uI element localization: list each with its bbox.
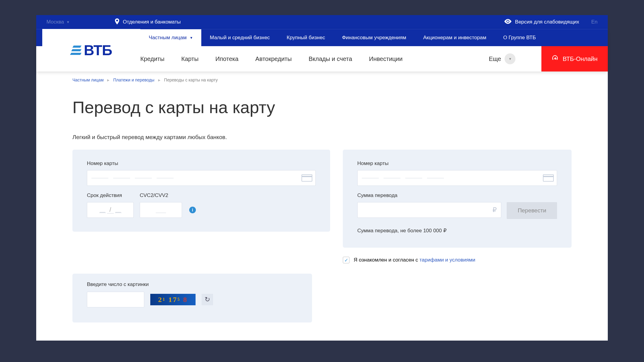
page-subtitle: Легкий и быстрый перевод между картами л… bbox=[72, 134, 572, 141]
cvv-input[interactable] bbox=[140, 202, 182, 218]
captcha-input[interactable] bbox=[87, 292, 144, 307]
logo[interactable]: ВТБ bbox=[42, 29, 140, 65]
card-icon bbox=[543, 174, 554, 182]
to-card-label: Номер карты bbox=[357, 160, 557, 167]
locations-label: Отделения и банкоматы bbox=[123, 19, 181, 25]
nav-mortgage[interactable]: Ипотека bbox=[215, 56, 238, 62]
cvv-info-icon[interactable]: i bbox=[189, 207, 196, 213]
segment-corporate[interactable]: Крупный бизнес bbox=[278, 29, 333, 46]
chevron-down-icon: ▼ bbox=[509, 57, 512, 61]
transfer-button[interactable]: Перевести bbox=[507, 202, 557, 219]
nav-cards[interactable]: Карты bbox=[181, 56, 199, 62]
nav-more[interactable]: Еще bbox=[489, 56, 501, 62]
page-title: Перевод с карты на карту bbox=[72, 97, 572, 117]
terms-checkbox[interactable]: ✓ bbox=[343, 257, 349, 263]
breadcrumb: Частным лицам ▶ Платежи и переводы ▶ Пер… bbox=[72, 78, 572, 82]
accessibility-label: Версия для слабовидящих bbox=[515, 19, 579, 25]
chevron-right-icon: ▶ bbox=[107, 78, 110, 82]
nav-deposits[interactable]: Вклады и счета bbox=[309, 56, 352, 62]
city-label: Москва bbox=[46, 19, 64, 25]
captcha-panel: Введите число с картинки 21 175 8 ↻ bbox=[72, 274, 312, 322]
segment-smb[interactable]: Малый и средний бизнес bbox=[201, 29, 278, 46]
from-card-panel: Номер карты Срок действия __/__ CVC2/CVV… bbox=[72, 150, 330, 232]
segment-financial[interactable]: Финансовым учреждениям bbox=[333, 29, 415, 46]
nav-credits[interactable]: Кредиты bbox=[140, 56, 164, 62]
login-icon bbox=[552, 55, 559, 63]
amount-input[interactable]: ₽ bbox=[357, 202, 501, 218]
to-card-panel: Номер карты Сумма перевода ₽ Перевести С… bbox=[343, 150, 572, 248]
segment-label: Частным лицам bbox=[149, 35, 187, 41]
terms-text: Я ознакомлен и согласен с тарифами и усл… bbox=[354, 257, 475, 263]
logo-text: ВТБ bbox=[84, 42, 112, 59]
crumb-personal[interactable]: Частным лицам bbox=[72, 78, 104, 82]
more-dropdown-button[interactable]: ▼ bbox=[505, 53, 515, 64]
segment-about[interactable]: О Группе ВТБ bbox=[495, 29, 544, 46]
lang-switch[interactable]: En bbox=[591, 19, 598, 25]
amount-label: Сумма перевода bbox=[357, 192, 557, 198]
locations-link[interactable]: Отделения и банкоматы bbox=[115, 18, 181, 26]
card-icon bbox=[301, 174, 312, 182]
to-card-input[interactable] bbox=[357, 170, 557, 186]
captcha-refresh-button[interactable]: ↻ bbox=[202, 294, 213, 305]
crumb-payments[interactable]: Платежи и переводы bbox=[113, 78, 154, 82]
city-selector[interactable]: Москва ▼ bbox=[46, 19, 70, 25]
eye-icon bbox=[504, 19, 512, 25]
amount-limit-hint: Сумма перевода, не более 100 000 ₽ bbox=[357, 227, 557, 234]
expiry-label: Срок действия bbox=[87, 192, 134, 198]
chevron-down-icon: ▼ bbox=[190, 36, 193, 40]
chevron-right-icon: ▶ bbox=[158, 78, 161, 82]
cvv-label: CVC2/CVV2 bbox=[140, 192, 182, 198]
from-card-input[interactable] bbox=[87, 170, 316, 186]
chevron-down-icon: ▼ bbox=[66, 20, 70, 24]
online-banking-button[interactable]: ВТБ-Онлайн bbox=[541, 46, 608, 71]
segment-investors[interactable]: Акционерам и инвесторам bbox=[415, 29, 495, 46]
expiry-input[interactable]: __/__ bbox=[87, 202, 134, 218]
online-label: ВТБ-Онлайн bbox=[563, 56, 598, 62]
crumb-current: Переводы с карты на карту bbox=[164, 78, 218, 82]
ruble-icon: ₽ bbox=[493, 206, 497, 214]
nav-invest[interactable]: Инвестиции bbox=[369, 56, 403, 62]
captcha-label: Введите число с картинки bbox=[87, 281, 298, 287]
segment-personal[interactable]: Частным лицам ▼ bbox=[140, 29, 201, 46]
pin-icon bbox=[115, 18, 119, 26]
from-card-label: Номер карты bbox=[87, 160, 316, 167]
logo-icon bbox=[71, 46, 81, 55]
refresh-icon: ↻ bbox=[205, 296, 210, 303]
nav-auto[interactable]: Автокредиты bbox=[255, 56, 292, 62]
captcha-image: 21 175 8 bbox=[150, 294, 196, 305]
accessibility-link[interactable]: Версия для слабовидящих bbox=[504, 19, 579, 25]
terms-link[interactable]: тарифами и условиями bbox=[419, 257, 475, 263]
